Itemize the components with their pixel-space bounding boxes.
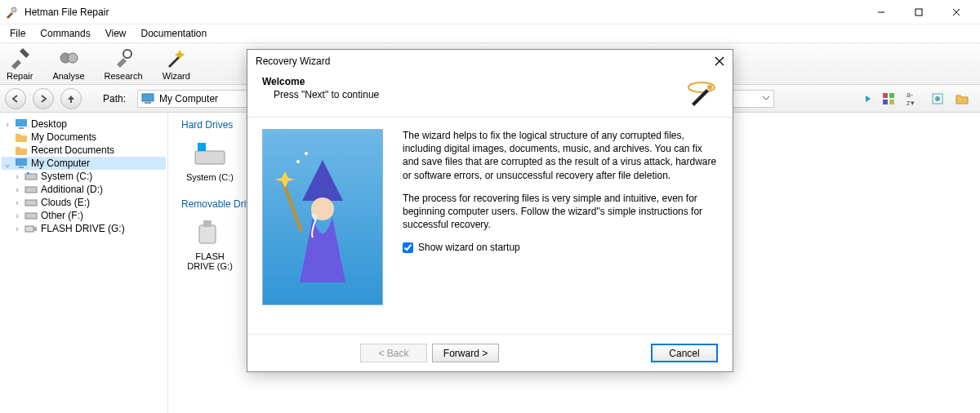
nav-up-button[interactable]	[60, 88, 82, 109]
usb-drive-icon	[24, 223, 38, 234]
tree-desktop-label: Desktop	[31, 118, 67, 130]
toolbar-repair-label: Repair	[7, 71, 33, 81]
svg-rect-28	[198, 143, 206, 151]
tree-other-label: Other (F:)	[41, 210, 83, 221]
drive-icon	[24, 184, 38, 195]
toolbar-analyse[interactable]: Analyse	[52, 47, 84, 81]
toolbar-wizard[interactable]: Wizard	[163, 47, 190, 81]
tree-panel: ›Desktop My Documents Recent Documents ⌄…	[0, 113, 168, 413]
drive-system-c[interactable]: System (C:)	[181, 140, 238, 182]
forward-button[interactable]: Forward >	[432, 344, 499, 362]
dialog-close-button[interactable]	[715, 55, 724, 69]
svg-rect-21	[27, 172, 29, 175]
menu-view[interactable]: View	[99, 26, 133, 41]
svg-point-39	[305, 152, 308, 155]
recovery-wizard-dialog: Recovery Wizard Welcome Press "Next" to …	[247, 49, 733, 372]
drive-icon	[193, 140, 227, 169]
tree-flash-g[interactable]: ›FLASH DRIVE (G:)	[2, 222, 166, 235]
drive-system-label: System (C:)	[186, 172, 234, 182]
svg-rect-26	[33, 227, 37, 231]
tree-system-label: System (C:)	[41, 171, 92, 182]
expand-icon[interactable]: ›	[13, 171, 21, 182]
tree-mydocs-label: My Documents	[31, 131, 96, 143]
tree-other-f[interactable]: ›Other (F:)	[2, 209, 166, 222]
dialog-title: Recovery Wizard	[256, 56, 330, 67]
svg-rect-19	[19, 167, 24, 168]
svg-rect-27	[195, 151, 225, 164]
magic-wand-icon	[685, 76, 718, 109]
tree-clouds-e[interactable]: ›Clouds (E:)	[2, 196, 166, 209]
minimize-button[interactable]	[862, 0, 900, 24]
svg-point-35	[707, 85, 712, 90]
tree-desktop[interactable]: ›Desktop	[2, 118, 166, 131]
view-thumbnails-icon[interactable]	[882, 92, 895, 105]
svg-point-38	[296, 160, 300, 163]
desktop-icon	[15, 118, 28, 130]
dialog-heading: Welcome	[262, 76, 685, 87]
svg-rect-10	[883, 93, 888, 98]
wizard-icon	[165, 47, 188, 69]
nav-back-button[interactable]	[5, 88, 26, 109]
expand-icon[interactable]: ›	[13, 211, 21, 221]
dropdown-icon[interactable]	[762, 93, 770, 104]
computer-icon	[141, 93, 154, 104]
titlebar: Hetman File Repair	[0, 0, 980, 24]
drive-icon	[24, 210, 38, 221]
maximize-button[interactable]	[900, 0, 938, 24]
dialog-para2: The process for recovering files is very…	[403, 192, 718, 232]
folder-view-icon[interactable]	[956, 92, 969, 105]
tree-recent-label: Recent Documents	[31, 144, 114, 156]
folder-icon	[15, 131, 28, 143]
show-on-startup-checkbox[interactable]: Show wizard on startup	[403, 241, 718, 254]
window-controls	[862, 0, 975, 24]
svg-rect-31	[203, 220, 212, 227]
show-on-startup-input[interactable]	[403, 242, 413, 253]
drive-icon	[24, 171, 38, 182]
drive-flash-g[interactable]: FLASH DRIVE (G:)	[181, 219, 238, 271]
tree-system-c[interactable]: ›System (C:)	[2, 170, 166, 183]
nav-forward-button[interactable]	[33, 88, 54, 109]
dialog-footer: < Back Forward > Cancel	[247, 334, 733, 371]
svg-rect-25	[25, 226, 33, 232]
folder-icon	[15, 144, 28, 156]
tree-mycomputer[interactable]: ⌄My Computer	[2, 157, 166, 170]
tree-additional-label: Additional (D:)	[41, 184, 103, 195]
toolbar-repair[interactable]: Repair	[7, 47, 33, 81]
svg-rect-37	[280, 177, 303, 232]
menu-commands[interactable]: Commands	[33, 26, 96, 41]
tree-additional-d[interactable]: ›Additional (D:)	[2, 183, 166, 196]
tree-recent[interactable]: Recent Documents	[2, 144, 166, 157]
sort-az-icon[interactable]: a-z▾	[906, 92, 920, 105]
svg-rect-16	[16, 119, 27, 127]
menubar: File Commands View Documentation	[0, 24, 980, 42]
analyse-icon	[57, 47, 80, 69]
expand-icon[interactable]: ›	[13, 224, 21, 234]
dialog-titlebar: Recovery Wizard	[247, 50, 733, 73]
expand-icon[interactable]: ›	[13, 198, 21, 208]
expand-icon[interactable]: ›	[13, 184, 21, 195]
wizard-illustration	[262, 129, 383, 305]
go-arrow-icon[interactable]	[858, 92, 871, 105]
cancel-button[interactable]: Cancel	[651, 344, 718, 362]
nav-right-icons: a-z▾	[858, 92, 975, 105]
collapse-icon[interactable]: ⌄	[3, 158, 11, 169]
svg-rect-24	[25, 213, 37, 219]
menu-file[interactable]: File	[3, 26, 32, 41]
path-label: Path:	[103, 93, 126, 104]
computer-icon	[15, 158, 28, 169]
svg-rect-20	[25, 174, 37, 180]
svg-rect-8	[142, 94, 154, 101]
tree-flash-label: FLASH DRIVE (G:)	[41, 223, 125, 234]
preview-icon[interactable]	[931, 92, 944, 105]
app-icon	[5, 6, 18, 19]
dialog-header: Welcome Press "Next" to continue	[247, 73, 733, 118]
dialog-para1: The wizard helps to fix the logical stru…	[403, 129, 718, 182]
menu-documentation[interactable]: Documentation	[135, 26, 214, 41]
svg-rect-12	[883, 100, 888, 104]
expand-icon[interactable]: ›	[3, 119, 11, 130]
toolbar-research[interactable]: Research	[105, 47, 143, 81]
research-icon	[112, 47, 135, 69]
close-button[interactable]	[938, 0, 975, 24]
svg-rect-13	[889, 100, 894, 104]
tree-mydocs[interactable]: My Documents	[2, 131, 166, 144]
